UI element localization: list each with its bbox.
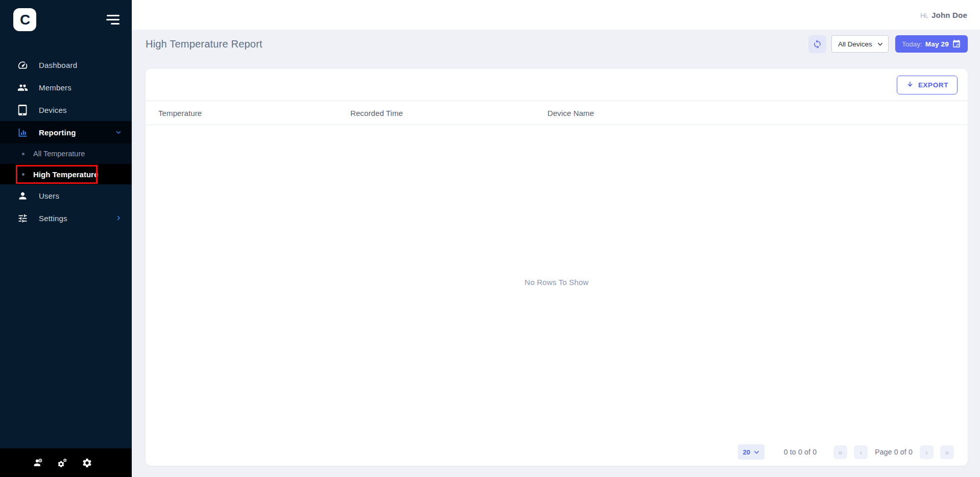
user-menu[interactable]: Hi, John Doe: [920, 11, 967, 19]
row-range-text: 0 to 0 of 0: [784, 448, 817, 456]
members-icon: [17, 82, 28, 93]
device-filter-value: All Devices: [838, 40, 872, 48]
panel-toolbar: EXPORT: [146, 69, 968, 101]
page-header: High Temperature Report All Devices Toda…: [132, 30, 980, 58]
empty-state-text: No Rows To Show: [524, 277, 588, 286]
page-title: High Temperature Report: [146, 38, 262, 50]
sidebar-item-users[interactable]: Users: [0, 184, 132, 207]
content-area: High Temperature Report All Devices Toda…: [132, 30, 980, 477]
refresh-button[interactable]: [808, 35, 826, 53]
subitem-label: High Temperature: [33, 170, 98, 179]
column-header-recorded-time[interactable]: Recorded Time: [338, 101, 535, 125]
bar-chart-icon: [17, 127, 28, 138]
sliders-icon: [17, 212, 28, 224]
chevron-down-icon: [754, 449, 759, 455]
bullet-icon: [22, 153, 25, 155]
sidebar-header: C: [0, 0, 132, 32]
subitem-label: All Temperature: [33, 150, 85, 158]
sidebar-footer: [0, 448, 132, 477]
chevron-right-icon: [115, 215, 122, 221]
date-value: May 29: [925, 40, 949, 48]
bullet-icon: [22, 173, 25, 176]
sidebar-item-devices[interactable]: Devices: [0, 99, 132, 121]
sidebar: C Dashboard Members: [0, 0, 132, 477]
gauge-icon: [17, 59, 28, 70]
header-controls: All Devices Today: May 29: [808, 35, 968, 53]
chevron-down-icon: [115, 129, 122, 135]
device-filter-select[interactable]: All Devices: [831, 35, 889, 53]
main-area: Hi, John Doe High Temperature Report All…: [132, 0, 980, 477]
sidebar-item-reporting[interactable]: Reporting: [0, 121, 132, 144]
last-page-button[interactable]: »: [940, 445, 954, 459]
sidebar-item-label: Users: [39, 192, 59, 200]
sidebar-item-members[interactable]: Members: [0, 76, 132, 99]
download-arrow-icon: [906, 81, 914, 89]
table-body: No Rows To Show: [146, 125, 968, 438]
chevron-down-icon: [877, 41, 883, 47]
tablet-icon: [17, 104, 28, 115]
export-label: EXPORT: [918, 81, 948, 89]
app-logo[interactable]: C: [13, 8, 36, 31]
app-root: C Dashboard Members: [0, 0, 980, 477]
sidebar-subitem-all-temperature[interactable]: All Temperature: [0, 144, 132, 164]
sidebar-subitem-high-temperature[interactable]: High Temperature: [0, 164, 132, 184]
username-text: John Doe: [931, 11, 967, 19]
date-picker-button[interactable]: Today: May 29: [895, 35, 968, 53]
page-size-value: 20: [743, 448, 750, 456]
gear-icon[interactable]: [82, 458, 92, 468]
pagination-bar: 20 0 to 0 of 0 « ‹ Page 0 of 0 › »: [146, 438, 968, 466]
column-header-temperature[interactable]: Temperature: [146, 101, 338, 125]
page-indicator-text: Page 0 of 0: [875, 448, 913, 456]
date-prefix: Today:: [902, 40, 922, 48]
user-icon: [17, 190, 28, 201]
reporting-submenu: All Temperature High Temperature: [0, 144, 132, 184]
services-icon[interactable]: [57, 458, 68, 468]
user-badge-icon[interactable]: [33, 458, 43, 468]
topbar: Hi, John Doe: [132, 0, 980, 30]
menu-toggle-icon[interactable]: [106, 13, 119, 27]
table-header-row: Temperature Recorded Time Device Name: [146, 101, 968, 125]
sidebar-item-label: Settings: [39, 214, 67, 223]
sidebar-item-label: Dashboard: [39, 61, 77, 69]
sidebar-item-dashboard[interactable]: Dashboard: [0, 54, 132, 76]
calendar-clock-icon: [952, 39, 961, 49]
column-header-device-name[interactable]: Device Name: [535, 101, 968, 125]
previous-page-button[interactable]: ‹: [854, 445, 868, 459]
sidebar-nav: Dashboard Members Devices Reporting: [0, 54, 132, 229]
sidebar-item-settings[interactable]: Settings: [0, 207, 132, 229]
refresh-icon: [812, 39, 822, 49]
first-page-button[interactable]: «: [833, 445, 847, 459]
sidebar-item-label: Reporting: [39, 128, 76, 137]
report-panel: EXPORT Temperature Recorded Time Device …: [146, 69, 968, 466]
greeting-text: Hi,: [920, 12, 928, 19]
sidebar-item-label: Devices: [39, 106, 67, 114]
page-size-select[interactable]: 20: [738, 444, 764, 460]
next-page-button[interactable]: ›: [920, 445, 934, 459]
logo-letter: C: [20, 12, 30, 28]
sidebar-item-label: Members: [39, 83, 71, 92]
export-button[interactable]: EXPORT: [897, 76, 958, 94]
